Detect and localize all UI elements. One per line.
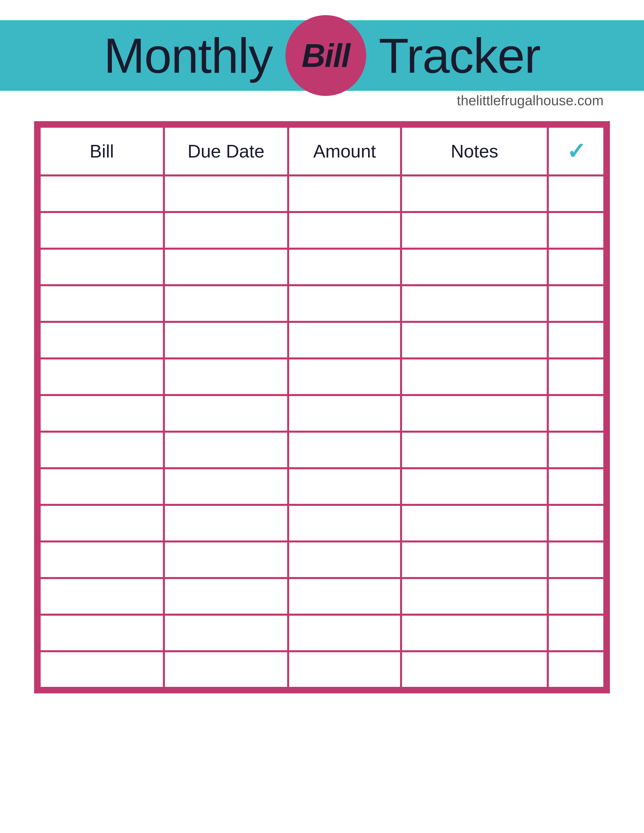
table-cell-row10-col0[interactable] xyxy=(40,542,164,578)
table-row xyxy=(40,651,604,688)
title-tracker: Tracker xyxy=(379,27,541,84)
table-cell-row2-col0[interactable] xyxy=(40,249,164,285)
teal-banner: Monthly Bill Tracker xyxy=(0,20,644,91)
table-cell-row3-col0[interactable] xyxy=(40,285,164,322)
title-monthly: Monthly xyxy=(104,27,273,84)
table-cell-row13-col0[interactable] xyxy=(40,651,164,688)
table-cell-row3-col4[interactable] xyxy=(548,285,604,322)
table-cell-row5-col0[interactable] xyxy=(40,359,164,395)
table-cell-row6-col0[interactable] xyxy=(40,395,164,432)
table-cell-row2-col4[interactable] xyxy=(548,249,604,285)
table-cell-row1-col2[interactable] xyxy=(288,212,401,249)
table-cell-row2-col3[interactable] xyxy=(401,249,548,285)
table-cell-row7-col2[interactable] xyxy=(288,432,401,468)
table-cell-row11-col3[interactable] xyxy=(401,578,548,615)
col-header-amount: Amount xyxy=(288,127,401,175)
col-header-check: ✓ xyxy=(548,127,604,175)
table-cell-row4-col0[interactable] xyxy=(40,322,164,359)
table-cell-row4-col2[interactable] xyxy=(288,322,401,359)
table-container: Bill Due Date Amount Notes ✓ xyxy=(34,121,610,693)
website-text: thelittlefrugalhouse.com xyxy=(457,92,604,109)
table-cell-row10-col4[interactable] xyxy=(548,542,604,578)
header-section: Monthly Bill Tracker thelittlefrugalhous… xyxy=(0,20,644,91)
table-row xyxy=(40,175,604,212)
table-cell-row1-col0[interactable] xyxy=(40,212,164,249)
table-cell-row12-col1[interactable] xyxy=(164,615,288,651)
table-row xyxy=(40,359,604,395)
table-cell-row4-col1[interactable] xyxy=(164,322,288,359)
table-cell-row5-col1[interactable] xyxy=(164,359,288,395)
table-row xyxy=(40,249,604,285)
table-cell-row5-col3[interactable] xyxy=(401,359,548,395)
table-cell-row11-col4[interactable] xyxy=(548,578,604,615)
table-cell-row0-col3[interactable] xyxy=(401,175,548,212)
table-cell-row12-col3[interactable] xyxy=(401,615,548,651)
table-cell-row6-col3[interactable] xyxy=(401,395,548,432)
table-cell-row10-col1[interactable] xyxy=(164,542,288,578)
table-cell-row11-col2[interactable] xyxy=(288,578,401,615)
table-cell-row0-col0[interactable] xyxy=(40,175,164,212)
table-cell-row8-col4[interactable] xyxy=(548,468,604,505)
table-row xyxy=(40,505,604,542)
table-cell-row1-col3[interactable] xyxy=(401,212,548,249)
table-cell-row4-col3[interactable] xyxy=(401,322,548,359)
table-cell-row13-col2[interactable] xyxy=(288,651,401,688)
table-cell-row7-col3[interactable] xyxy=(401,432,548,468)
table-cell-row0-col2[interactable] xyxy=(288,175,401,212)
table-cell-row7-col0[interactable] xyxy=(40,432,164,468)
table-cell-row6-col1[interactable] xyxy=(164,395,288,432)
table-row xyxy=(40,212,604,249)
circle-bill: Bill xyxy=(285,15,366,96)
table-cell-row5-col2[interactable] xyxy=(288,359,401,395)
table-cell-row7-col4[interactable] xyxy=(548,432,604,468)
table-cell-row9-col4[interactable] xyxy=(548,505,604,542)
table-cell-row6-col4[interactable] xyxy=(548,395,604,432)
col-header-bill: Bill xyxy=(40,127,164,175)
table-cell-row0-col4[interactable] xyxy=(548,175,604,212)
table-cell-row7-col1[interactable] xyxy=(164,432,288,468)
table-cell-row6-col2[interactable] xyxy=(288,395,401,432)
table-cell-row10-col3[interactable] xyxy=(401,542,548,578)
table-row xyxy=(40,322,604,359)
table-cell-row2-col1[interactable] xyxy=(164,249,288,285)
table-cell-row13-col1[interactable] xyxy=(164,651,288,688)
bill-text: Bill xyxy=(301,37,349,74)
table-cell-row1-col4[interactable] xyxy=(548,212,604,249)
table-cell-row8-col1[interactable] xyxy=(164,468,288,505)
col-header-notes: Notes xyxy=(401,127,548,175)
table-cell-row3-col2[interactable] xyxy=(288,285,401,322)
table-body xyxy=(40,175,604,688)
table-cell-row2-col2[interactable] xyxy=(288,249,401,285)
table-cell-row12-col4[interactable] xyxy=(548,615,604,651)
table-cell-row11-col0[interactable] xyxy=(40,578,164,615)
table-row xyxy=(40,432,604,468)
table-cell-row3-col3[interactable] xyxy=(401,285,548,322)
tracker-table: Bill Due Date Amount Notes ✓ xyxy=(39,126,605,689)
table-cell-row8-col2[interactable] xyxy=(288,468,401,505)
table-cell-row8-col3[interactable] xyxy=(401,468,548,505)
table-cell-row12-col0[interactable] xyxy=(40,615,164,651)
table-cell-row9-col2[interactable] xyxy=(288,505,401,542)
table-cell-row0-col1[interactable] xyxy=(164,175,288,212)
table-cell-row1-col1[interactable] xyxy=(164,212,288,249)
table-cell-row13-col4[interactable] xyxy=(548,651,604,688)
table-cell-row10-col2[interactable] xyxy=(288,542,401,578)
col-header-duedate: Due Date xyxy=(164,127,288,175)
table-row xyxy=(40,578,604,615)
table-cell-row12-col2[interactable] xyxy=(288,615,401,651)
table-row xyxy=(40,395,604,432)
table-cell-row5-col4[interactable] xyxy=(548,359,604,395)
table-cell-row3-col1[interactable] xyxy=(164,285,288,322)
table-cell-row9-col0[interactable] xyxy=(40,505,164,542)
table-cell-row8-col0[interactable] xyxy=(40,468,164,505)
table-cell-row11-col1[interactable] xyxy=(164,578,288,615)
table-row xyxy=(40,615,604,651)
table-cell-row13-col3[interactable] xyxy=(401,651,548,688)
table-header-row: Bill Due Date Amount Notes ✓ xyxy=(40,127,604,175)
banner-text: Monthly Bill Tracker xyxy=(0,15,644,96)
page: Monthly Bill Tracker thelittlefrugalhous… xyxy=(0,0,644,833)
table-row xyxy=(40,542,604,578)
table-cell-row9-col3[interactable] xyxy=(401,505,548,542)
table-cell-row4-col4[interactable] xyxy=(548,322,604,359)
table-cell-row9-col1[interactable] xyxy=(164,505,288,542)
